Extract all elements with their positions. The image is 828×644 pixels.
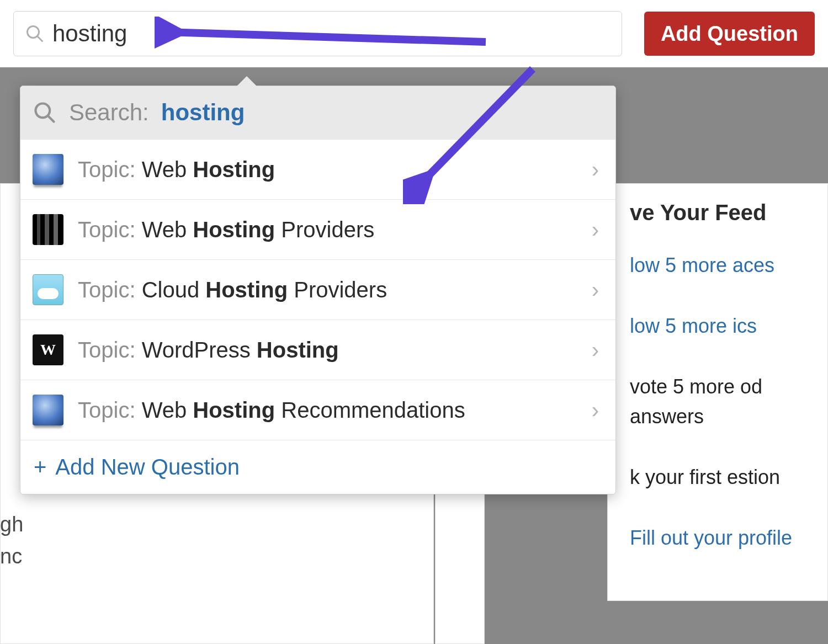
search-input[interactable] — [52, 20, 611, 47]
wordpress-icon: W — [33, 334, 63, 365]
suggestion-topic-cloud-hosting-providers[interactable]: Topic: Cloud Hosting Providers › — [20, 259, 615, 320]
suggestion-text: Topic: Web Hosting Providers — [78, 217, 573, 242]
suggestion-text: Topic: Web Hosting — [78, 157, 573, 182]
cloud-icon — [33, 274, 63, 305]
search-suggestions-dropdown: Search: hosting Topic: Web Hosting › Top… — [20, 86, 616, 494]
svg-line-3 — [48, 116, 54, 122]
suggestion-topic-wordpress-hosting[interactable]: W Topic: WordPress Hosting › — [20, 320, 615, 380]
feed-item[interactable]: low 5 more aces — [630, 251, 811, 280]
suggestion-topic-web-hosting-recommendations[interactable]: Topic: Web Hosting Recommendations › — [20, 380, 615, 440]
dropdown-pointer — [236, 76, 258, 87]
search-label: Search: — [69, 99, 149, 126]
plus-icon: + — [34, 455, 46, 480]
feed-item[interactable]: vote 5 more od answers — [630, 372, 811, 432]
add-question-button[interactable]: Add Question — [644, 12, 815, 56]
chevron-right-icon: › — [587, 398, 603, 423]
improve-feed-card: ve Your Feed low 5 more aces low 5 more … — [607, 183, 828, 601]
suggestion-topic-web-hosting[interactable]: Topic: Web Hosting › — [20, 139, 615, 199]
search-icon — [25, 24, 45, 44]
improve-feed-title: ve Your Feed — [630, 200, 811, 225]
bg-text-fragment: gh nc — [0, 508, 23, 572]
improve-feed-list: low 5 more aces low 5 more ics vote 5 mo… — [630, 251, 811, 553]
globe-icon — [33, 154, 63, 185]
search-field-wrap[interactable] — [13, 11, 622, 56]
feed-item[interactable]: k your first estion — [630, 462, 811, 492]
suggestion-text: Topic: Web Hosting Recommendations — [78, 398, 573, 423]
feed-item[interactable]: low 5 more ics — [630, 311, 811, 341]
add-new-question-label: Add New Question — [55, 455, 240, 480]
search-icon — [33, 100, 57, 125]
chevron-right-icon: › — [587, 157, 603, 182]
add-new-question-row[interactable]: + Add New Question — [20, 440, 615, 494]
suggestion-text: Topic: WordPress Hosting — [78, 338, 573, 363]
svg-line-1 — [38, 36, 43, 41]
server-icon — [33, 214, 63, 245]
top-bar: Add Question — [0, 0, 828, 67]
chevron-right-icon: › — [587, 278, 603, 302]
feed-item[interactable]: Fill out your profile — [630, 523, 811, 553]
chevron-right-icon: › — [587, 338, 603, 363]
suggestion-text: Topic: Cloud Hosting Providers — [78, 278, 573, 302]
globe-icon — [33, 395, 63, 425]
dropdown-search-row[interactable]: Search: hosting — [20, 86, 615, 139]
chevron-right-icon: › — [587, 217, 603, 242]
suggestion-topic-web-hosting-providers[interactable]: Topic: Web Hosting Providers › — [20, 199, 615, 259]
search-term: hosting — [161, 99, 245, 126]
